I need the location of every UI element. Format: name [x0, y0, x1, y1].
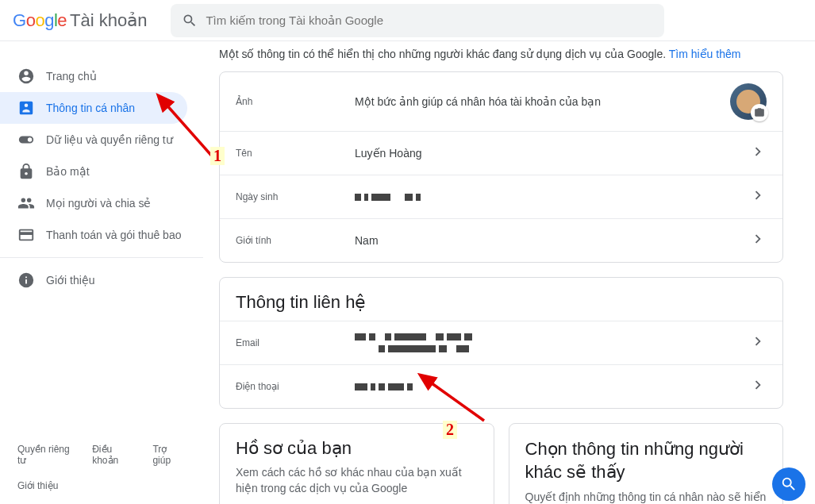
row-label: Ảnh [236, 96, 355, 107]
contact-info-card: Thông tin liên hệ Email Điện thoại [219, 277, 783, 409]
card-title: Thông tin liên hệ [220, 278, 782, 321]
row-value-redacted [355, 383, 749, 391]
sidebar: Trang chủ Thông tin cá nhân Dữ liệu và q… [0, 41, 203, 504]
footer-link-help[interactable]: Trợ giúp [152, 444, 186, 466]
sidebar-item-payments[interactable]: Thanh toán và gói thuê bao [0, 219, 187, 251]
basic-info-card: Ảnh Một bức ảnh giúp cá nhân hóa tài kho… [219, 71, 783, 263]
chevron-right-icon [749, 333, 767, 353]
main-content: Một số thông tin có thể hiển thị cho nhữ… [203, 41, 815, 504]
footer-link-terms[interactable]: Điều khoản [92, 444, 138, 466]
section-intro: Một số thông tin có thể hiển thị cho nhữ… [219, 41, 783, 71]
floating-search-button[interactable] [772, 467, 805, 501]
learn-more-link[interactable]: Tìm hiểu thêm [669, 48, 741, 60]
row-value: Luyến Hoàng [355, 147, 749, 160]
row-gender[interactable]: Giới tính Nam [220, 218, 782, 262]
footer-link-privacy[interactable]: Quyền riêng tư [17, 444, 78, 466]
chevron-right-icon [749, 143, 767, 164]
intro-text: Một số thông tin có thể hiển thị cho nhữ… [219, 48, 669, 60]
row-email[interactable]: Email [220, 321, 782, 364]
avatar[interactable] [730, 83, 767, 120]
row-value: Nam [355, 234, 749, 247]
sidebar-item-label: Bảo mật [46, 165, 90, 178]
sidebar-item-data-privacy[interactable]: Dữ liệu và quyền riêng tư [0, 124, 187, 156]
card-title: Chọn thông tin những người khác sẽ thấy [525, 438, 767, 483]
row-value: Một bức ảnh giúp cá nhân hóa tài khoản c… [355, 95, 730, 108]
row-label: Tên [236, 148, 355, 159]
card-icon [17, 226, 35, 244]
row-name[interactable]: Tên Luyến Hoàng [220, 131, 782, 175]
chevron-right-icon [749, 187, 767, 207]
id-card-icon [17, 99, 35, 117]
card-title: Hồ sơ của bạn [236, 438, 478, 459]
sidebar-item-about[interactable]: Giới thiệu [0, 264, 187, 296]
profile-card[interactable]: Hồ sơ của bạn Xem cách các hồ sơ khác nh… [219, 423, 494, 504]
sidebar-item-label: Thanh toán và gói thuê bao [46, 229, 181, 241]
sidebar-item-personal-info[interactable]: Thông tin cá nhân [0, 92, 187, 124]
google-logo-group[interactable]: Google Tài khoản [13, 10, 147, 31]
people-icon [17, 194, 35, 212]
divider [0, 257, 203, 258]
app-header: Google Tài khoản [0, 0, 815, 41]
row-value-redacted [355, 194, 749, 201]
info-icon [17, 271, 35, 289]
search-icon [182, 13, 198, 29]
lock-icon [17, 163, 35, 180]
row-label: Giới tính [236, 235, 355, 246]
sidebar-item-label: Giới thiệu [46, 274, 95, 287]
google-logo: Google [13, 10, 67, 31]
search-icon [780, 475, 798, 493]
camera-icon [754, 107, 765, 118]
search-bar[interactable] [171, 4, 664, 37]
card-description: Quyết định những thông tin cá nhân nào s… [525, 490, 767, 504]
row-label: Email [236, 337, 355, 348]
sidebar-item-label: Thông tin cá nhân [46, 102, 135, 114]
card-description: Xem cách các hồ sơ khác nhau của bạn xuấ… [236, 465, 478, 496]
footer-link-about[interactable]: Giới thiệu [17, 480, 58, 491]
row-label: Điện thoại [236, 381, 355, 392]
search-input[interactable] [206, 13, 653, 27]
visibility-card[interactable]: Chọn thông tin những người khác sẽ thấy … [509, 423, 784, 504]
user-circle-icon [17, 67, 35, 85]
row-value-redacted [355, 333, 749, 352]
sidebar-footer: Quyền riêng tư Điều khoản Trợ giúp Giới … [0, 444, 203, 504]
app-name: Tài khoản [70, 10, 147, 31]
sidebar-item-people-sharing[interactable]: Mọi người và chia sẻ [0, 187, 187, 219]
sidebar-item-label: Dữ liệu và quyền riêng tư [46, 133, 173, 146]
sidebar-item-label: Trang chủ [46, 70, 97, 83]
sidebar-item-security[interactable]: Bảo mật [0, 156, 187, 187]
sidebar-item-label: Mọi người và chia sẻ [46, 197, 151, 210]
row-photo[interactable]: Ảnh Một bức ảnh giúp cá nhân hóa tài kho… [220, 72, 782, 131]
sidebar-item-home[interactable]: Trang chủ [0, 60, 187, 92]
row-phone[interactable]: Điện thoại [220, 364, 782, 408]
row-label: Ngày sinh [236, 191, 355, 202]
toggle-icon [17, 131, 35, 148]
chevron-right-icon [749, 376, 767, 397]
row-birthday[interactable]: Ngày sinh [220, 175, 782, 218]
chevron-right-icon [749, 230, 767, 251]
